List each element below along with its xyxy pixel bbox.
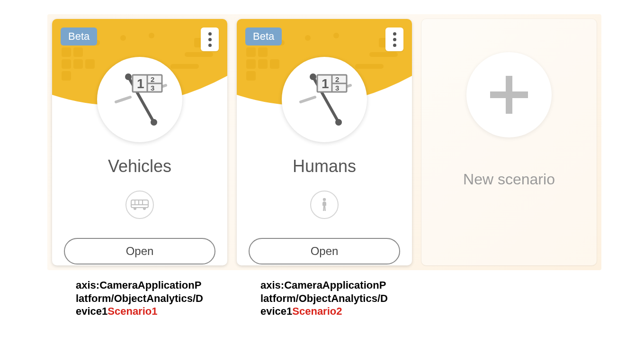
person-icon: [320, 198, 329, 212]
scenario-topic-caption: axis:CameraApplicationPlatform/ObjectAna…: [260, 279, 436, 318]
svg-rect-9: [170, 64, 199, 69]
crossline-counter-icon: 1 2 3: [107, 66, 173, 133]
svg-rect-40: [355, 64, 384, 69]
svg-rect-4: [85, 59, 95, 69]
svg-rect-3: [73, 59, 83, 69]
scenario-title: Humans: [293, 156, 356, 176]
bus-icon: [131, 199, 149, 210]
svg-rect-1: [73, 47, 83, 57]
scenario-type-icon: 1 2 3: [97, 57, 182, 142]
filter-chip-human: [310, 191, 339, 219]
svg-rect-2: [62, 59, 71, 69]
caption-scenario-id: Scenario1: [107, 305, 157, 317]
svg-line-44: [301, 97, 315, 102]
crossline-counter-icon: 1 2 3: [291, 66, 358, 133]
svg-rect-24: [131, 200, 148, 208]
svg-text:3: 3: [335, 84, 339, 92]
new-scenario-card[interactable]: New scenario: [421, 19, 597, 265]
svg-point-10: [120, 35, 126, 41]
svg-text:2: 2: [151, 75, 154, 83]
open-button[interactable]: Open: [249, 238, 400, 264]
svg-rect-0: [62, 47, 71, 57]
plus-icon: [490, 76, 528, 114]
svg-rect-35: [270, 59, 279, 69]
svg-point-16: [125, 73, 132, 80]
svg-point-11: [149, 33, 154, 38]
card-menu-button[interactable]: [201, 27, 219, 51]
svg-rect-32: [258, 47, 268, 57]
svg-point-48: [335, 119, 342, 126]
card-header: Beta 1 2 3: [52, 19, 227, 109]
scenario-title: Vehicles: [108, 156, 171, 176]
scenario-topic-caption: axis:CameraApplicationPlatform/ObjectAna…: [76, 279, 251, 318]
scenario-panel: Beta 1 2 3: [0, 0, 644, 332]
svg-rect-5: [62, 71, 71, 81]
filter-chip-vehicle: [125, 191, 154, 219]
card-header: Beta 1 2 3: [237, 19, 412, 109]
new-scenario-label: New scenario: [463, 171, 555, 188]
svg-point-55: [323, 198, 326, 201]
svg-rect-8: [185, 52, 213, 57]
svg-text:1: 1: [322, 76, 329, 91]
card-row: Beta 1 2 3: [47, 14, 601, 270]
svg-point-17: [151, 119, 157, 126]
beta-badge: Beta: [61, 27, 97, 46]
svg-point-41: [305, 35, 311, 41]
svg-text:1: 1: [137, 76, 144, 91]
svg-line-13: [116, 97, 130, 102]
svg-rect-33: [246, 59, 256, 69]
svg-point-42: [333, 33, 339, 38]
svg-point-29: [134, 207, 136, 210]
svg-point-47: [310, 73, 316, 80]
card-menu-button[interactable]: [385, 27, 403, 51]
caption-scenario-id: Scenario2: [292, 305, 342, 317]
svg-rect-36: [246, 71, 256, 81]
new-scenario-circle: [466, 52, 552, 137]
scenario-card-vehicles: Beta 1 2 3: [52, 19, 227, 265]
svg-text:2: 2: [335, 75, 339, 83]
svg-text:3: 3: [151, 84, 154, 92]
svg-point-30: [143, 207, 146, 210]
scenario-card-humans: Beta 1 2 3: [237, 19, 412, 265]
svg-rect-34: [258, 59, 268, 69]
svg-rect-31: [246, 47, 256, 57]
open-button[interactable]: Open: [64, 238, 215, 264]
caption-row: axis:CameraApplicationPlatform/ObjectAna…: [47, 279, 597, 318]
beta-badge: Beta: [245, 27, 282, 46]
scenario-type-icon: 1 2 3: [282, 57, 367, 142]
svg-rect-39: [369, 52, 398, 57]
